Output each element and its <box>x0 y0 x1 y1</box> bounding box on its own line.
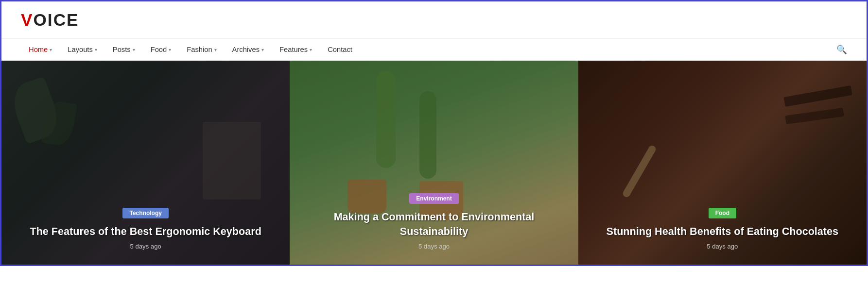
card-food[interactable]: Food Stunning Health Benefits of Eating … <box>578 61 867 265</box>
card-environment[interactable]: Environment Making a Commitment to Envir… <box>290 61 578 265</box>
nav-link-archives[interactable]: Archives ▾ <box>225 39 272 60</box>
decorative-cactus-2 <box>419 91 436 179</box>
logo-v: V <box>21 10 33 29</box>
nav-link-layouts[interactable]: Layouts ▾ <box>60 39 105 60</box>
nav-label-fashion: Fashion <box>187 46 212 53</box>
nav-item-contact[interactable]: Contact <box>320 39 360 60</box>
chevron-down-icon: ▾ <box>169 47 171 52</box>
nav-item-features[interactable]: Features ▾ <box>272 39 320 60</box>
chevron-down-icon: ▾ <box>261 47 264 52</box>
nav-item-posts[interactable]: Posts ▾ <box>105 39 143 60</box>
card-technology[interactable]: Technology The Features of the Best Ergo… <box>1 61 290 265</box>
nav-link-posts[interactable]: Posts ▾ <box>105 39 143 60</box>
card-content: Environment Making a Commitment to Envir… <box>290 193 578 265</box>
nav-label-food: Food <box>151 46 167 53</box>
nav-link-home[interactable]: Home ▾ <box>21 39 60 60</box>
nav-item-archives[interactable]: Archives ▾ <box>225 39 272 60</box>
card-badge: Environment <box>409 193 458 204</box>
nav-label-features: Features <box>279 46 308 53</box>
nav-label-archives: Archives <box>232 46 260 53</box>
decorative-chocolate-2 <box>785 108 844 125</box>
nav-item-layouts[interactable]: Layouts ▾ <box>60 39 105 60</box>
logo-oice: OICE <box>33 10 79 29</box>
card-content: Food Stunning Health Benefits of Eating … <box>578 208 867 265</box>
card-title: Stunning Health Benefits of Eating Choco… <box>593 224 852 239</box>
nav-item-food[interactable]: Food ▾ <box>143 39 179 60</box>
chevron-down-icon: ▾ <box>133 47 135 52</box>
site-header: VOICE <box>1 1 867 38</box>
nav-link-contact[interactable]: Contact <box>320 39 360 60</box>
chevron-down-icon: ▾ <box>95 47 97 52</box>
nav-label-contact: Contact <box>328 46 352 53</box>
chevron-down-icon: ▾ <box>310 47 312 52</box>
decorative-cactus <box>376 71 396 168</box>
main-navbar: Home ▾ Layouts ▾ Posts ▾ Food ▾ Fashion <box>1 38 867 61</box>
card-time: 5 days ago <box>16 243 275 250</box>
decorative-leaf <box>7 76 64 144</box>
card-badge: Technology <box>122 208 168 218</box>
featured-cards-grid: Technology The Features of the Best Ergo… <box>1 61 867 265</box>
decorative-chocolate <box>784 85 852 107</box>
card-time: 5 days ago <box>304 243 563 250</box>
chevron-down-icon: ▾ <box>214 47 217 52</box>
search-icon[interactable]: 🔍 <box>836 45 847 55</box>
card-badge: Food <box>709 208 736 218</box>
nav-label-posts: Posts <box>113 46 131 53</box>
nav-link-features[interactable]: Features ▾ <box>272 39 320 60</box>
nav-link-fashion[interactable]: Fashion ▾ <box>179 39 224 60</box>
decorative-leaf-2 <box>41 99 78 147</box>
card-time: 5 days ago <box>593 243 852 250</box>
decorative-book <box>203 122 261 200</box>
card-title: The Features of the Best Ergonomic Keybo… <box>16 224 275 239</box>
nav-link-food[interactable]: Food ▾ <box>143 39 179 60</box>
nav-item-home[interactable]: Home ▾ <box>21 39 60 60</box>
nav-item-fashion[interactable]: Fashion ▾ <box>179 39 224 60</box>
decorative-spoon <box>622 144 657 198</box>
site-logo[interactable]: VOICE <box>21 10 79 30</box>
nav-label-layouts: Layouts <box>68 46 93 53</box>
nav-label-home: Home <box>29 46 48 53</box>
chevron-down-icon: ▾ <box>50 47 52 52</box>
nav-links: Home ▾ Layouts ▾ Posts ▾ Food ▾ Fashion <box>21 39 360 60</box>
card-title: Making a Commitment to Environmental Sus… <box>304 210 563 239</box>
card-content: Technology The Features of the Best Ergo… <box>1 208 290 265</box>
